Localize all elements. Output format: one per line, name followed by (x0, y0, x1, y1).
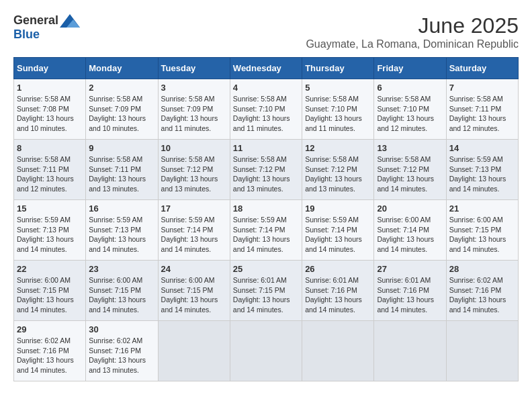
day-number: 8 (17, 143, 83, 153)
day-info-line: Sunrise: 5:58 AM (233, 94, 299, 104)
calendar-cell: 13Sunrise: 5:58 AMSunset: 7:12 PMDayligh… (374, 140, 446, 200)
day-info-line: Sunset: 7:16 PM (377, 285, 443, 295)
calendar-cell: 10Sunrise: 5:58 AMSunset: 7:12 PMDayligh… (158, 140, 230, 200)
day-info-line: and 14 minutes. (17, 305, 83, 315)
day-info-line: Sunrise: 6:00 AM (377, 215, 443, 225)
day-number: 17 (161, 203, 227, 214)
day-info-line: and 13 minutes. (305, 184, 371, 194)
day-info-line: Sunset: 7:13 PM (89, 225, 154, 235)
day-info-line: Sunset: 7:15 PM (233, 285, 299, 295)
calendar-week-row: 15Sunrise: 5:59 AMSunset: 7:13 PMDayligh… (14, 200, 519, 261)
day-info-line: Daylight: 13 hours (89, 113, 154, 124)
day-info-line: Daylight: 13 hours (233, 113, 299, 124)
day-info-line: Sunrise: 5:58 AM (89, 154, 154, 165)
day-info-line: Sunrise: 5:58 AM (17, 154, 83, 165)
calendar-header-saturday: Saturday (446, 58, 518, 79)
day-info-line: Sunrise: 6:01 AM (233, 275, 299, 285)
day-info-line: Sunrise: 6:00 AM (89, 275, 154, 285)
day-info-line: Sunset: 7:15 PM (89, 285, 154, 295)
day-info-line: Daylight: 13 hours (377, 113, 443, 124)
day-info-line: Sunset: 7:16 PM (305, 285, 371, 295)
day-info-line: Sunset: 7:12 PM (377, 165, 443, 175)
calendar-cell: 19Sunrise: 5:59 AMSunset: 7:14 PMDayligh… (302, 200, 374, 261)
day-info-line: and 11 minutes. (233, 124, 299, 134)
day-info-line: and 14 minutes. (17, 244, 83, 255)
calendar-cell: 12Sunrise: 5:58 AMSunset: 7:12 PMDayligh… (302, 140, 374, 200)
logo-blue-text: Blue (13, 28, 40, 41)
day-info-line: and 14 minutes. (449, 184, 515, 194)
day-info-line: Daylight: 13 hours (17, 295, 83, 305)
calendar-cell: 15Sunrise: 5:59 AMSunset: 7:13 PMDayligh… (14, 200, 86, 261)
day-number: 16 (89, 203, 154, 214)
day-info-line: Daylight: 13 hours (17, 113, 83, 124)
day-info-line: Sunrise: 5:58 AM (17, 94, 83, 104)
day-number: 6 (377, 83, 443, 93)
day-info-line: and 13 minutes. (233, 184, 299, 194)
day-info-line: Sunrise: 5:58 AM (305, 154, 371, 165)
day-info-line: and 14 minutes. (305, 305, 371, 315)
day-info-line: and 14 minutes. (89, 305, 154, 315)
day-info-line: Daylight: 13 hours (377, 234, 443, 244)
calendar-cell (446, 321, 518, 381)
day-info-line: and 12 minutes. (17, 184, 83, 194)
calendar-header-wednesday: Wednesday (230, 58, 302, 79)
day-info-line: Sunset: 7:10 PM (377, 104, 443, 114)
day-info-line: and 14 minutes. (449, 244, 515, 255)
day-info-line: Sunset: 7:14 PM (377, 225, 443, 235)
day-info-line: Daylight: 13 hours (89, 234, 154, 244)
day-info-line: Daylight: 13 hours (449, 234, 515, 244)
day-number: 2 (89, 83, 154, 93)
calendar-cell: 27Sunrise: 6:01 AMSunset: 7:16 PMDayligh… (374, 261, 446, 321)
day-info-line: and 14 minutes. (305, 244, 371, 255)
day-info-line: Sunset: 7:08 PM (17, 104, 83, 114)
day-info-line: Sunset: 7:14 PM (305, 225, 371, 235)
day-info-line: and 14 minutes. (233, 244, 299, 255)
day-info-line: Sunrise: 6:02 AM (449, 275, 515, 285)
calendar-week-row: 1Sunrise: 5:58 AMSunset: 7:08 PMDaylight… (14, 79, 519, 140)
day-info-line: Sunset: 7:12 PM (233, 165, 299, 175)
day-number: 23 (89, 264, 154, 274)
day-number: 1 (17, 83, 83, 93)
day-number: 11 (233, 143, 299, 153)
calendar-week-row: 22Sunrise: 6:00 AMSunset: 7:15 PMDayligh… (14, 261, 519, 321)
day-info-line: Sunrise: 5:59 AM (17, 215, 83, 225)
day-info-line: Daylight: 13 hours (305, 295, 371, 305)
day-info-line: Daylight: 13 hours (305, 113, 371, 124)
day-info-line: Daylight: 13 hours (305, 234, 371, 244)
day-info-line: Daylight: 13 hours (161, 234, 227, 244)
day-info-line: Sunrise: 5:59 AM (89, 215, 154, 225)
calendar-cell: 24Sunrise: 6:00 AMSunset: 7:15 PMDayligh… (158, 261, 230, 321)
day-info-line: Daylight: 13 hours (161, 113, 227, 124)
calendar-cell: 20Sunrise: 6:00 AMSunset: 7:14 PMDayligh… (374, 200, 446, 261)
day-number: 21 (449, 203, 515, 214)
calendar-cell: 7Sunrise: 5:58 AMSunset: 7:11 PMDaylight… (446, 79, 518, 140)
day-info-line: Daylight: 13 hours (161, 295, 227, 305)
day-info-line: Daylight: 13 hours (377, 295, 443, 305)
calendar-cell: 18Sunrise: 5:59 AMSunset: 7:14 PMDayligh… (230, 200, 302, 261)
calendar-cell (302, 321, 374, 381)
calendar-cell: 1Sunrise: 5:58 AMSunset: 7:08 PMDaylight… (14, 79, 86, 140)
calendar-cell: 26Sunrise: 6:01 AMSunset: 7:16 PMDayligh… (302, 261, 374, 321)
day-info-line: Daylight: 13 hours (449, 113, 515, 124)
day-info-line: and 13 minutes. (161, 184, 227, 194)
day-info-line: Sunrise: 5:59 AM (449, 154, 515, 165)
day-number: 14 (449, 143, 515, 153)
day-info-line: and 14 minutes. (17, 365, 83, 375)
day-number: 4 (233, 83, 299, 93)
day-info-line: and 14 minutes. (377, 305, 443, 315)
calendar-cell (230, 321, 302, 381)
day-info-line: and 12 minutes. (449, 124, 515, 134)
day-info-line: Sunset: 7:10 PM (305, 104, 371, 114)
day-number: 10 (161, 143, 227, 153)
day-info-line: Sunrise: 5:58 AM (161, 94, 227, 104)
calendar-cell: 11Sunrise: 5:58 AMSunset: 7:12 PMDayligh… (230, 140, 302, 200)
day-info-line: Daylight: 13 hours (233, 174, 299, 184)
calendar-week-row: 8Sunrise: 5:58 AMSunset: 7:11 PMDaylight… (14, 140, 519, 200)
title-area: June 2025 Guaymate, La Romana, Dominican… (306, 13, 519, 50)
day-info-line: Daylight: 13 hours (233, 234, 299, 244)
calendar-cell: 9Sunrise: 5:58 AMSunset: 7:11 PMDaylight… (86, 140, 158, 200)
day-info-line: Sunrise: 5:59 AM (161, 215, 227, 225)
day-number: 9 (89, 143, 154, 153)
calendar-cell: 5Sunrise: 5:58 AMSunset: 7:10 PMDaylight… (302, 79, 374, 140)
day-info-line: Sunrise: 6:02 AM (17, 336, 83, 346)
